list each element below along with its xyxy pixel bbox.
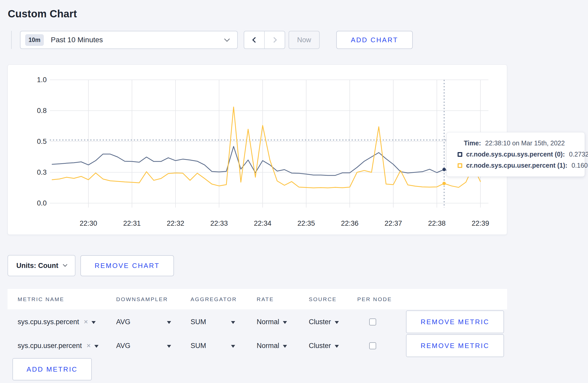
tooltip-time-value: 22:38:10 on Mar 15th, 2022: [485, 139, 565, 147]
page-title: Custom Chart: [8, 8, 77, 20]
column-header-rate: RATE: [257, 289, 274, 309]
caret-down-icon: [231, 321, 235, 324]
tooltip-series-row: cr.node.sys.cpu.user.percent (1): 0.1601: [447, 162, 585, 169]
previous-timeframe-button[interactable]: [244, 31, 265, 48]
chart-hover-tooltip: Time: 22:38:10 on Mar 15th, 2022 cr.node…: [446, 132, 585, 177]
tooltip-time-row: Time: 22:38:10 on Mar 15th, 2022: [447, 139, 585, 147]
metrics-table-header: METRIC NAME DOWNSAMPLER AGGREGATOR RATE …: [8, 289, 507, 309]
time-window-badge: 10m: [25, 34, 44, 46]
caret-down-icon: [167, 345, 171, 348]
add-chart-button[interactable]: ADD CHART: [336, 31, 413, 49]
caret-down-icon[interactable]: [92, 321, 96, 324]
caret-down-icon: [283, 345, 287, 348]
chevron-right-icon: [271, 37, 277, 43]
svg-text:0.3: 0.3: [37, 168, 47, 176]
toolbar-divider: [11, 31, 12, 49]
svg-text:0.5: 0.5: [37, 138, 47, 145]
per-node-checkbox[interactable]: [369, 342, 376, 349]
tooltip-series-value: 0.2732: [569, 151, 588, 158]
units-dropdown[interactable]: Units: Count: [8, 255, 75, 276]
source-select[interactable]: Cluster: [309, 334, 339, 357]
aggregator-select[interactable]: SUM: [191, 334, 235, 357]
sys-series-swatch-icon: [458, 152, 462, 157]
remove-metric-button[interactable]: REMOVE METRIC: [406, 310, 504, 333]
caret-down-icon: [335, 345, 339, 348]
rate-select[interactable]: Normal: [257, 310, 287, 333]
tooltip-series-row: cr.node.sys.cpu.sys.percent (0): 0.2732: [447, 151, 585, 158]
metric-name-field[interactable]: sys.cpu.sys.percent ×: [18, 310, 96, 333]
clear-metric-icon[interactable]: ×: [87, 342, 91, 350]
svg-text:22:31: 22:31: [123, 219, 141, 227]
units-label: Units: Count: [16, 262, 58, 270]
custom-chart-page: { "page": { "title": "Custom Chart" }, "…: [0, 0, 588, 383]
remove-metric-button[interactable]: REMOVE METRIC: [406, 334, 504, 357]
chevron-down-icon: [224, 36, 230, 41]
column-header-source: SOURCE: [309, 289, 337, 309]
user-series-swatch-icon: [458, 163, 462, 168]
svg-text:22:30: 22:30: [80, 219, 97, 227]
remove-chart-button[interactable]: REMOVE CHART: [80, 255, 174, 276]
next-timeframe-button[interactable]: [265, 31, 285, 48]
svg-text:22:39: 22:39: [472, 219, 489, 227]
svg-text:22:33: 22:33: [210, 219, 228, 227]
timeseries-plot[interactable]: 0.00.30.50.81.022:3022:3122:3222:3322:34…: [8, 65, 507, 235]
aggregator-select[interactable]: SUM: [191, 310, 235, 333]
caret-down-icon[interactable]: [94, 345, 99, 348]
svg-text:0.8: 0.8: [37, 107, 47, 115]
svg-text:22:35: 22:35: [297, 219, 315, 227]
svg-text:22:36: 22:36: [341, 219, 359, 227]
metrics-table: METRIC NAME DOWNSAMPLER AGGREGATOR RATE …: [8, 289, 507, 380]
column-header-aggregator: AGGREGATOR: [191, 289, 237, 309]
downsampler-select[interactable]: AVG: [116, 334, 171, 357]
caret-down-icon: [167, 321, 171, 324]
now-button[interactable]: Now: [289, 31, 320, 49]
column-header-downsampler: DOWNSAMPLER: [116, 289, 168, 309]
time-pager: [244, 31, 285, 49]
svg-text:22:37: 22:37: [384, 219, 402, 227]
clear-metric-icon[interactable]: ×: [84, 318, 88, 326]
tooltip-series-label: cr.node.sys.cpu.sys.percent (0):: [466, 151, 565, 158]
metric-name-field[interactable]: sys.cpu.user.percent ×: [18, 334, 99, 357]
rate-select[interactable]: Normal: [257, 334, 287, 357]
caret-down-icon: [283, 321, 287, 324]
column-header-metric-name: METRIC NAME: [18, 289, 64, 309]
chevron-left-icon: [252, 37, 258, 43]
tooltip-series-label: cr.node.sys.cpu.user.percent (1):: [466, 162, 567, 169]
chevron-down-icon: [63, 262, 67, 267]
tooltip-time-label: Time:: [464, 139, 481, 147]
svg-text:0.0: 0.0: [37, 199, 47, 207]
caret-down-icon: [335, 321, 339, 324]
svg-text:22:34: 22:34: [254, 219, 271, 227]
chart-panel: 0.00.30.50.81.022:3022:3122:3222:3322:34…: [8, 65, 507, 235]
per-node-checkbox[interactable]: [369, 318, 376, 325]
time-range-dropdown[interactable]: 10m Past 10 Minutes: [20, 31, 238, 49]
source-select[interactable]: Cluster: [309, 310, 339, 333]
svg-text:22:38: 22:38: [428, 219, 446, 227]
column-header-per-node: PER NODE: [357, 289, 392, 309]
svg-text:22:32: 22:32: [167, 219, 184, 227]
time-window-label: Past 10 Minutes: [51, 36, 103, 44]
downsampler-select[interactable]: AVG: [116, 310, 171, 333]
caret-down-icon: [231, 345, 235, 348]
add-metric-button[interactable]: ADD METRIC: [12, 358, 92, 380]
svg-text:1.0: 1.0: [37, 76, 47, 84]
tooltip-series-value: 0.1601: [571, 162, 588, 169]
